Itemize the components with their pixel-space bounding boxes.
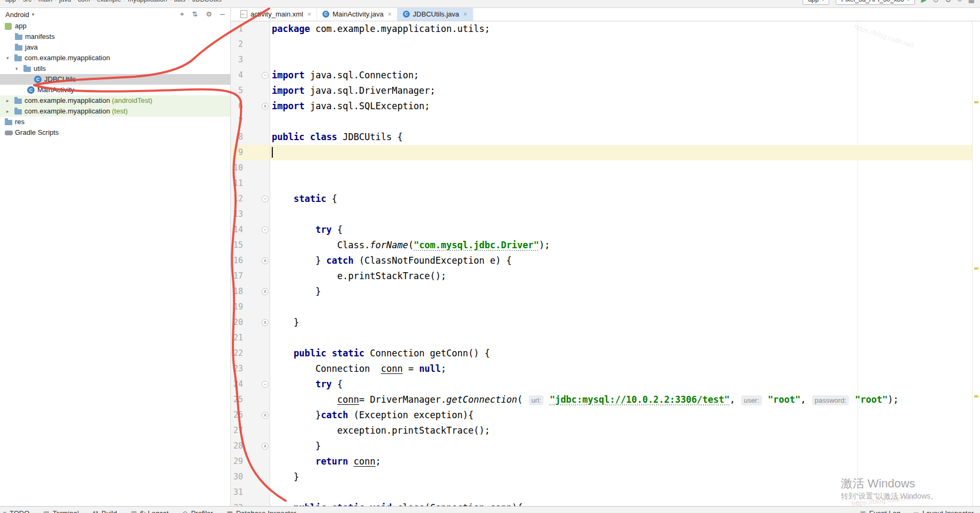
statusbar-label: Layout Inspector (922, 509, 974, 513)
status-bar-left: ≡TODO▤Terminal⚒Build▥6: Logcat⊙Profiler▦… (6, 509, 296, 513)
code-segment: ; (441, 363, 446, 374)
code-segment: Connection (272, 363, 381, 374)
collapse-all-icon[interactable]: ⇅ (192, 10, 198, 19)
code-line[interactable]: public static Connection getConn() { (272, 346, 490, 361)
code-segment: return (315, 456, 348, 467)
chevron-down-icon: ▾ (32, 12, 35, 17)
locate-file-icon[interactable]: ⌖ (180, 10, 184, 19)
line-number: 29 (216, 454, 243, 469)
statusbar-item-terminal[interactable]: ▤Terminal (43, 509, 78, 513)
close-icon[interactable]: × (464, 11, 467, 18)
code-line[interactable]: conn= DriverManager.getConnection( url: … (272, 392, 898, 408)
warning-mark[interactable] (974, 395, 978, 397)
statusbar-item-logcat[interactable]: ▥6: Logcat (131, 509, 169, 513)
code-segment: "root" (768, 394, 800, 405)
code-line[interactable]: } catch (ClassNotFoundException e) { (272, 253, 512, 268)
fold-end-icon[interactable]: ∧ (262, 412, 269, 419)
code-line[interactable]: public class JDBCUtils { (272, 129, 403, 145)
breadcrumb-separator: › (169, 0, 171, 2)
breadcrumb-item[interactable]: java (59, 0, 71, 3)
settings-icon[interactable]: ⚙ (945, 0, 951, 4)
terminal-icon: ▤ (43, 510, 49, 513)
code-line[interactable]: package com.example.myapplication.utils; (272, 21, 490, 37)
fold-end-icon[interactable]: ∧ (262, 319, 269, 326)
logcat-icon: ▥ (131, 510, 137, 513)
code-line[interactable]: e.printStackTrace(); (272, 268, 447, 284)
tab-jdbcutils-java[interactable]: CJDBCUtils.java× (398, 7, 473, 21)
code-segment (348, 456, 353, 467)
fold-collapse-icon[interactable]: − (262, 72, 269, 79)
error-stripe[interactable] (972, 21, 980, 506)
fold-end-icon[interactable]: ∧ (262, 257, 269, 264)
main-toolbar: app›src›main›java›com›example›myapplicat… (0, 0, 980, 8)
code-line[interactable]: } (272, 315, 299, 330)
hide-panel-icon[interactable]: ─ (220, 10, 225, 19)
code-line[interactable]: Class.forName("com.mysql.jdbc.Driver"); (272, 238, 550, 253)
code-segment: public (294, 348, 326, 359)
settings-icon[interactable]: ⚙ (206, 10, 212, 19)
run-icon[interactable]: ▶ (921, 0, 927, 4)
profile-icon[interactable]: ⊙ (933, 0, 939, 4)
statusbar-label: Database Inspector (236, 509, 296, 513)
layout-inspector-icon: ▭ (913, 510, 919, 513)
breadcrumb-item[interactable]: main (38, 0, 52, 3)
code-line[interactable]: static { (272, 191, 337, 207)
code-line[interactable]: import java.sql.DriverManager; (272, 83, 435, 99)
statusbar-item-profiler[interactable]: ⊙Profiler (182, 509, 213, 513)
panel-splitter[interactable] (230, 7, 231, 506)
code-line[interactable]: import java.sql.SQLException; (272, 99, 430, 114)
code-segment: ( (408, 240, 414, 250)
warning-mark[interactable] (974, 101, 978, 103)
breadcrumb-item[interactable]: src (23, 0, 31, 3)
code-line[interactable]: try { (272, 222, 343, 238)
fold-end-icon[interactable]: ∧ (262, 288, 269, 295)
code-segment: ); (888, 394, 898, 405)
breadcrumb-item[interactable]: JDBCUtils (192, 0, 222, 3)
code-line[interactable]: } (272, 284, 321, 299)
code-line[interactable]: }catch (Exception exception){ (272, 408, 474, 423)
breadcrumb-item[interactable]: com (78, 0, 90, 3)
warning-mark[interactable] (974, 267, 978, 270)
code-line[interactable]: import java.sql.Connection; (272, 68, 419, 83)
breadcrumb-item[interactable]: myapplication (128, 0, 167, 3)
statusbar-label: 6: Logcat (140, 509, 169, 513)
fold-collapse-icon[interactable]: − (262, 381, 269, 388)
device-selector[interactable]: Pixel_3a_API_30_x86 ▾ (836, 0, 914, 5)
statusbar-item-database-inspector[interactable]: ▦Database Inspector (227, 509, 296, 513)
code-segment: conn (354, 456, 376, 467)
statusbar-label: Terminal (53, 509, 79, 513)
grid-icon[interactable]: ▦ (968, 0, 975, 4)
breadcrumb-item[interactable]: utils (174, 0, 185, 3)
code-segment: null (419, 363, 441, 374)
code-segment (272, 456, 315, 467)
code-line[interactable]: Connection conn = null; (272, 361, 447, 377)
sync-icon[interactable]: ≡ (958, 0, 962, 4)
code-line[interactable]: try { (272, 377, 343, 392)
statusbar-item-layout-inspector[interactable]: ▭Layout Inspector (913, 509, 974, 513)
fold-collapse-icon[interactable]: − (262, 226, 269, 233)
chevron-down-icon: ▾ (908, 0, 910, 2)
project-view-selector[interactable]: Android (5, 11, 29, 19)
line-number: 26 (216, 408, 243, 423)
statusbar-item-event-log[interactable]: ▣Event Log (860, 509, 901, 513)
fold-end-icon[interactable]: ∧ (262, 103, 269, 110)
breadcrumb-item[interactable]: app (5, 0, 16, 3)
code-line[interactable]: } (272, 438, 321, 454)
code-segment: , (730, 394, 740, 405)
line-number: 16 (216, 253, 243, 268)
tab-mainactivity-java[interactable]: CMainActivity.java× (317, 7, 398, 21)
code-line[interactable]: } (272, 469, 299, 485)
code-line[interactable]: exception.printStackTrace(); (272, 423, 490, 438)
statusbar-item-build[interactable]: ⚒Build (93, 509, 117, 513)
tab-activity-main-xml[interactable]: activity_main.xml× (235, 7, 317, 21)
editor[interactable]: 1234567891011121314151617181920212223242… (0, 0, 980, 513)
run-config-selector[interactable]: app ▾ (803, 0, 829, 5)
close-icon[interactable]: × (307, 11, 311, 18)
code-segment (272, 348, 294, 359)
code-line[interactable]: return conn; (272, 454, 381, 469)
close-icon[interactable]: × (388, 11, 392, 18)
statusbar-item-todo[interactable]: ≡TODO (3, 509, 29, 513)
fold-collapse-icon[interactable]: − (262, 196, 269, 202)
fold-end-icon[interactable]: ∧ (262, 443, 269, 450)
breadcrumb-item[interactable]: example (97, 0, 121, 3)
